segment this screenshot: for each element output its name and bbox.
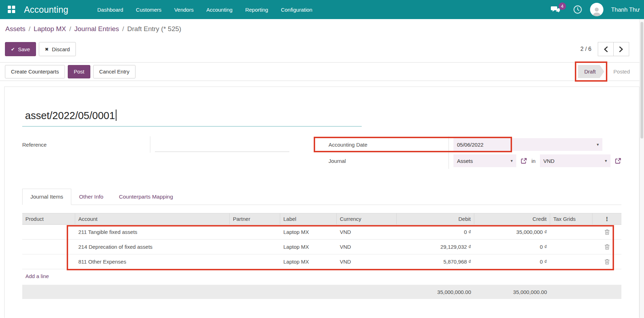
cell-currency[interactable]: VND [337,254,397,269]
tab-other-info[interactable]: Other Info [71,189,111,205]
menu-item-configuration[interactable]: Configuration [281,7,312,13]
optional-columns-icon[interactable]: ⋮ [604,216,610,222]
table-totals-row: 35,000,000.00 35,000,000.00 [22,285,621,299]
cell-label[interactable]: Laptop MX [280,254,337,269]
delete-row-button[interactable] [596,244,618,250]
user-avatar[interactable] [590,3,603,16]
pager-next-button[interactable] [613,42,629,56]
reference-field-label: Reference [22,142,150,148]
column-header-account: Account [75,213,230,224]
user-name-menu[interactable]: Thanh Thư [611,6,640,13]
close-icon: ✖ [45,47,49,52]
cell-partner[interactable] [230,225,280,239]
cell-partner[interactable] [230,254,280,269]
app-brand-title: Accounting [24,5,68,15]
tab-journal-items[interactable]: Journal Items [22,189,71,205]
pager-counter: 2 / 6 [580,46,591,52]
cancel-entry-label: Cancel Entry [99,69,130,75]
currency-select[interactable]: VND ▾ [540,154,610,167]
cell-label[interactable]: Laptop MX [280,240,337,254]
action-bar: ✔ Save ✖ Discard 2 / 6 [0,39,644,62]
menu-item-accounting[interactable]: Accounting [206,7,233,13]
accounting-date-input[interactable]: 05/06/2022 ▾ [453,138,602,151]
apps-menu-icon[interactable] [8,6,16,13]
vertical-scrollbar[interactable] [639,19,644,318]
cell-partner[interactable] [230,240,280,254]
cell-credit[interactable]: 35,000,000 ₫ [474,225,550,239]
cell-product[interactable] [22,254,75,269]
cell-tax-grids[interactable] [550,225,592,239]
cell-tax-grids[interactable] [550,240,592,254]
tab-counterparts-mapping[interactable]: Counterparts Mapping [111,189,181,205]
cell-account[interactable]: 211 Tangible fixed assets [75,225,230,239]
cancel-entry-button[interactable]: Cancel Entry [93,65,136,78]
column-header-partner: Partner [230,213,280,224]
column-header-product: Product [22,213,75,224]
cell-label[interactable]: Laptop MX [280,225,337,239]
reference-input[interactable] [155,141,289,152]
breadcrumb-link-assets[interactable]: Assets [5,25,25,33]
menu-item-vendors[interactable]: Vendors [174,7,194,13]
cell-debit[interactable]: 29,129,032 ₫ [397,240,474,254]
discard-button-label: Discard [52,46,70,52]
chevron-left-icon [603,46,608,52]
column-header-tax-grids: Tax Grids [550,213,592,224]
save-button-label: Save [18,46,30,52]
cell-currency[interactable]: VND [337,225,397,239]
in-label: in [531,158,536,164]
scrollbar-thumb[interactable] [640,22,643,139]
caret-down-icon[interactable]: ▾ [506,158,513,163]
top-navbar: Accounting Dashboard Customers Vendors A… [0,0,644,19]
menu-item-customers[interactable]: Customers [136,7,162,13]
currency-external-link-icon[interactable] [615,158,621,164]
journal-items-table: Product Account Partner Label Currency D… [22,213,621,269]
cell-debit[interactable]: 0 ₫ [397,225,474,239]
menu-item-dashboard[interactable]: Dashboard [97,7,123,13]
form-fields: Reference Accounting Date 05/06/2022 ▾ J… [22,136,621,169]
cell-credit[interactable]: 0 ₫ [474,254,550,269]
cell-currency[interactable]: VND [337,240,397,254]
post-button[interactable]: Post [68,65,90,78]
create-counterparts-button[interactable]: Create Counterparts [5,65,65,78]
status-posted[interactable]: Posted [613,69,630,75]
delete-row-button[interactable] [596,259,618,265]
check-icon: ✔ [11,47,15,52]
messages-button[interactable]: 4 [550,5,560,14]
cell-product[interactable] [22,225,75,239]
post-button-label: Post [74,69,84,75]
cell-debit[interactable]: 5,870,968 ₫ [397,254,474,269]
cell-product[interactable] [22,240,75,254]
breadcrumb-link-journal-entries[interactable]: Journal Entries [74,25,119,33]
menu-item-reporting[interactable]: Reporting [245,7,268,13]
accounting-date-field-label: Accounting Date [329,142,449,148]
caret-down-icon[interactable]: ▾ [592,142,599,147]
cell-account[interactable]: 811 Other Expenses [75,254,230,269]
breadcrumb-separator: / [122,25,124,33]
form-sheet: asset/2022/05/0001 Reference Accounting … [4,87,639,318]
status-draft[interactable]: Draft [578,65,604,78]
entry-name-input[interactable]: asset/2022/05/0001 [22,110,362,126]
save-button[interactable]: ✔ Save [5,42,36,56]
column-header-label: Label [280,213,337,224]
messages-count-badge: 4 [559,2,566,10]
caret-down-icon[interactable]: ▾ [600,158,607,163]
journal-value: Assets [457,158,473,164]
delete-row-button[interactable] [596,229,618,235]
chevron-right-icon [619,46,624,52]
journal-select[interactable]: Assets ▾ [453,154,516,167]
add-a-line-link[interactable]: Add a line [22,269,52,283]
form-statusbar: Create Counterparts Post Cancel Entry Dr… [0,62,644,81]
breadcrumb-link-laptop-mx[interactable]: Laptop MX [34,25,66,33]
activity-clock-icon[interactable] [573,5,582,14]
cell-account[interactable]: 214 Deprecation of fixed assets [75,240,230,254]
record-pager: 2 / 6 [580,42,639,56]
pager-previous-button[interactable] [598,42,614,56]
journal-external-link-icon[interactable] [520,158,527,164]
status-widget: Draft Posted [578,65,630,78]
table-row: 811 Other Expenses Laptop MX VND 5,870,9… [22,254,621,269]
cell-tax-grids[interactable] [550,254,592,269]
discard-button[interactable]: ✖ Discard [39,42,76,56]
total-debit: 35,000,000.00 [397,285,474,299]
table-row: 214 Deprecation of fixed assets Laptop M… [22,240,621,254]
cell-credit[interactable]: 0 ₫ [474,240,550,254]
